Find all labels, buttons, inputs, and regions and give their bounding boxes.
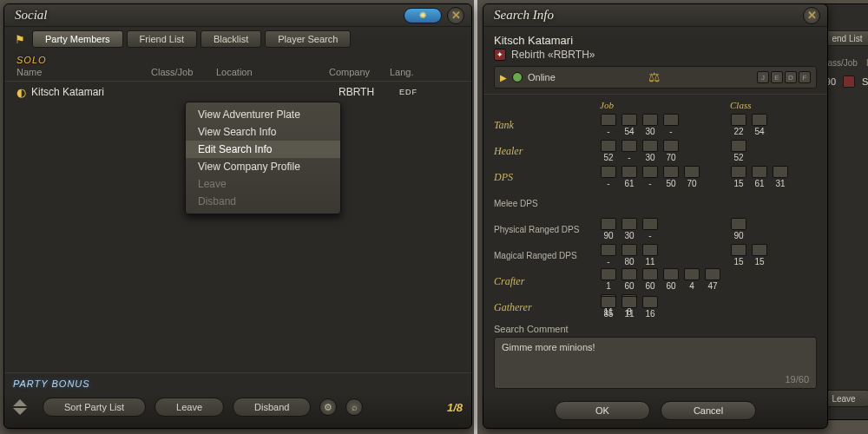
job-level[interactable]: 70 — [662, 140, 680, 162]
close-icon[interactable]: ✕ — [803, 7, 820, 24]
role-row: Physical Ranged DPS9030-90 — [494, 216, 817, 242]
job-level[interactable]: 60 — [662, 268, 680, 291]
job-level[interactable]: - — [600, 166, 617, 188]
job-level[interactable]: 85 — [600, 296, 617, 319]
class-level[interactable]: 31 — [772, 166, 789, 188]
arrow-up-icon — [13, 399, 27, 406]
sort-arrows[interactable] — [13, 399, 34, 415]
class-level[interactable]: 54 — [751, 114, 768, 136]
job-level[interactable]: 50 — [662, 166, 680, 188]
role-label: Tank — [494, 112, 600, 138]
job-level[interactable]: 30 — [641, 140, 659, 162]
class-level[interactable]: 15 — [730, 244, 747, 266]
online-status-icon: ◐ — [16, 86, 26, 99]
disband-button[interactable]: Disband — [233, 398, 311, 417]
lang-flags: J E D F — [757, 71, 811, 83]
sort-party-button[interactable]: Sort Party List — [43, 398, 146, 417]
arrow-down-icon — [13, 408, 27, 415]
tab-party-members[interactable]: Party Members — [32, 30, 123, 48]
job-level[interactable]: 70 — [683, 166, 700, 188]
social-titlebar: Social ✺ ✕ — [4, 4, 471, 27]
search-info-titlebar: Search Info ✕ — [483, 4, 827, 27]
job-level[interactable]: 60 — [641, 268, 659, 291]
job-level[interactable]: 1 — [600, 268, 617, 291]
solo-label: SOLO — [4, 51, 471, 65]
search-comment-label: Search Comment — [494, 324, 817, 334]
lang-d[interactable]: D — [785, 71, 797, 83]
col-name: Name — [16, 67, 151, 77]
search-info-window: Search Info ✕ Kitsch Katamari ✦ Rebirth … — [483, 3, 828, 429]
ctx-view-search-info[interactable]: View Search Info — [186, 123, 340, 141]
job-level[interactable]: 61 — [621, 166, 638, 188]
party-member-row[interactable]: ◐ Kitsch Katamari RBRTH EDF — [4, 82, 471, 102]
job-level[interactable]: - — [641, 166, 659, 188]
job-level[interactable]: 60 — [621, 268, 638, 291]
role-label: Healer — [494, 138, 600, 164]
ctx-view-company-profile[interactable]: View Company Profile — [186, 158, 340, 175]
ok-button[interactable]: OK — [555, 401, 650, 420]
search-comment-input[interactable]: Gimme more minions! 19/60 — [494, 337, 817, 389]
role-label: Crafter — [494, 268, 600, 294]
col-company: Company — [329, 67, 390, 77]
job-level[interactable]: 30 — [621, 218, 638, 240]
ctx-leave[interactable]: Leave — [186, 175, 340, 193]
search-icon[interactable]: ⌕ — [345, 398, 363, 416]
member-lang: EDF — [399, 88, 443, 96]
close-icon[interactable]: ✕ — [447, 7, 464, 24]
cancel-button[interactable]: Cancel — [661, 401, 756, 420]
job-level[interactable]: - — [641, 218, 659, 240]
job-level[interactable]: - — [600, 244, 617, 266]
col-job: Class/Job — [151, 67, 216, 77]
ctx-edit-search-info[interactable]: Edit Search Info — [186, 141, 340, 158]
flag-icon: ⚑ — [11, 31, 29, 47]
class-level[interactable]: 61 — [751, 166, 768, 188]
job-level[interactable]: 54 — [621, 114, 638, 136]
col-lang: Lang. — [390, 67, 433, 77]
job-level[interactable]: - — [662, 114, 680, 136]
search-info-title: Search Info — [494, 8, 554, 23]
class-level[interactable]: 90 — [730, 218, 747, 240]
job-level[interactable]: 11 — [621, 296, 638, 319]
status-selector[interactable]: ▶ Online ⚖ J E D F — [494, 66, 817, 89]
tab-player-search[interactable]: Player Search — [265, 30, 351, 48]
tab-friend-list[interactable]: Friend List — [127, 30, 197, 48]
job-level[interactable]: 47 — [704, 268, 721, 291]
job-level[interactable]: - — [621, 140, 638, 162]
job-level[interactable]: 4 — [683, 268, 700, 291]
ctx-disband[interactable]: Disband — [186, 193, 340, 210]
lang-j[interactable]: J — [757, 71, 769, 83]
job-level[interactable]: - — [600, 114, 617, 136]
dialog-buttons: OK Cancel — [483, 394, 827, 429]
player-name: Kitsch Katamari — [494, 34, 817, 47]
class-level[interactable]: 15 — [751, 244, 768, 266]
class-level[interactable]: 52 — [730, 140, 747, 162]
lang-f[interactable]: F — [799, 71, 811, 83]
gear-icon[interactable]: ⚙ — [319, 398, 337, 416]
fc-crest-icon — [843, 76, 855, 88]
char-count: 19/60 — [785, 374, 809, 385]
job-level[interactable]: 52 — [600, 140, 617, 162]
role-row: DPSMelee DPS-61-5070156131 — [494, 164, 817, 216]
role-row: Crafter1606060447118 — [494, 268, 817, 294]
job-level[interactable]: 11 — [641, 244, 659, 266]
class-level[interactable]: 22 — [730, 114, 747, 136]
bg-fc: Shi — [862, 76, 868, 87]
party-bonus-label: PARTY BONUS — [13, 378, 463, 389]
leave-button[interactable]: Leave — [155, 398, 224, 417]
ctx-view-adventurer-plate[interactable]: View Adventurer Plate — [186, 106, 340, 123]
tab-blacklist[interactable]: Blacklist — [201, 30, 261, 48]
lang-e[interactable]: E — [771, 71, 783, 83]
role-sublabel: Physical Ranged DPS — [494, 216, 600, 242]
class-level[interactable]: 15 — [730, 166, 747, 188]
job-level[interactable]: 16 — [641, 296, 659, 319]
job-level[interactable]: 90 — [600, 218, 617, 240]
job-level[interactable]: 80 — [621, 244, 638, 266]
jobs-body: Job Class Tank-5430-2254Healer52-307052D… — [483, 95, 827, 394]
job-level[interactable]: 30 — [641, 114, 659, 136]
member-name: Kitsch Katamari — [31, 86, 161, 98]
social-window: Social ✺ ✕ ⚑ Party Members Friend List B… — [3, 3, 472, 429]
help-pill[interactable]: ✺ — [404, 8, 442, 23]
player-header: Kitsch Katamari ✦ Rebirth «RBRTH» ▶ Onli… — [483, 27, 827, 95]
role-row: Tank-5430-2254 — [494, 112, 817, 138]
fc-name: Rebirth «RBRTH» — [511, 49, 595, 61]
